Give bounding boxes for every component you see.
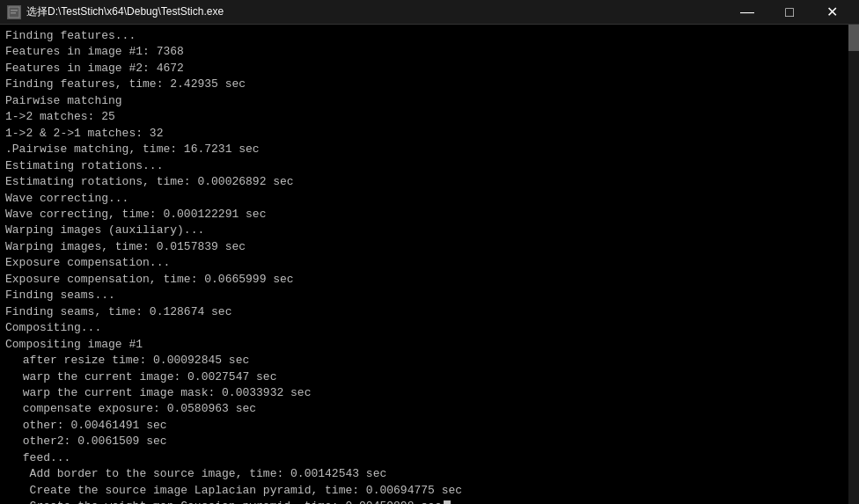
console-line: after resize time: 0.00092845 sec xyxy=(5,353,854,369)
console-line: feed... xyxy=(5,450,854,466)
svg-rect-2 xyxy=(11,12,16,14)
console-line: 1->2 & 2->1 matches: 32 xyxy=(5,126,854,142)
console-line: Finding seams, time: 0.128674 sec xyxy=(5,304,854,320)
console-line: Compositing image #1 xyxy=(5,337,854,353)
window-title: 选择D:\TestStich\x64\Debug\TestStich.exe xyxy=(26,4,224,19)
console-output: Finding features...Features in image #1:… xyxy=(0,25,859,504)
console-line: Finding features... xyxy=(5,28,854,44)
scrollbar-thumb[interactable] xyxy=(848,25,859,51)
console-line: 1->2 matches: 25 xyxy=(5,109,854,125)
app-icon xyxy=(7,5,21,19)
console-line: Finding features, time: 2.42935 sec xyxy=(5,77,854,92)
console-lines-container: Finding features...Features in image #1:… xyxy=(5,28,854,504)
console-line: compensate exposure: 0.0580963 sec xyxy=(5,401,854,417)
console-line: Create the source image Laplacian pyrami… xyxy=(5,483,854,499)
scrollbar[interactable] xyxy=(848,25,859,504)
title-bar: 选择D:\TestStich\x64\Debug\TestStich.exe —… xyxy=(0,0,859,25)
console-line: .Pairwise matching, time: 16.7231 sec xyxy=(5,142,854,157)
console-line: Exposure compensation... xyxy=(5,255,854,271)
console-line: Exposure compensation, time: 0.0665999 s… xyxy=(5,272,854,288)
cursor xyxy=(444,500,451,504)
console-line: other2: 0.0061509 sec xyxy=(5,434,854,449)
console-line: Warping images (auxiliary)... xyxy=(5,223,854,238)
console-line: warp the current image mask: 0.0033932 s… xyxy=(5,385,854,401)
maximize-button[interactable]: □ xyxy=(769,0,810,25)
close-button[interactable]: ✕ xyxy=(811,0,852,25)
console-line: Add border to the source image, time: 0.… xyxy=(5,466,854,482)
console-line: Pairwise matching xyxy=(5,93,854,109)
console-line: Warping images, time: 0.0157839 sec xyxy=(5,239,854,255)
console-line: Estimating rotations, time: 0.00026892 s… xyxy=(5,174,854,190)
console-line: Compositing... xyxy=(5,320,854,336)
console-line: Features in image #2: 4672 xyxy=(5,61,854,77)
console-line: Create the weight map Gaussian pyramid, … xyxy=(5,499,854,504)
console-line: Wave correcting, time: 0.000122291 sec xyxy=(5,207,854,223)
svg-rect-1 xyxy=(11,10,18,11)
main-window: 选择D:\TestStich\x64\Debug\TestStich.exe —… xyxy=(0,0,859,504)
console-line: warp the current image: 0.0027547 sec xyxy=(5,369,854,385)
title-bar-left: 选择D:\TestStich\x64\Debug\TestStich.exe xyxy=(7,4,224,19)
console-line: Estimating rotations... xyxy=(5,158,854,174)
console-line: Finding seams... xyxy=(5,288,854,303)
minimize-button[interactable]: — xyxy=(727,0,767,25)
console-line: Wave correcting... xyxy=(5,191,854,207)
console-line: Features in image #1: 7368 xyxy=(5,44,854,60)
console-line: other: 0.00461491 sec xyxy=(5,418,854,434)
window-controls: — □ ✕ xyxy=(727,0,852,25)
